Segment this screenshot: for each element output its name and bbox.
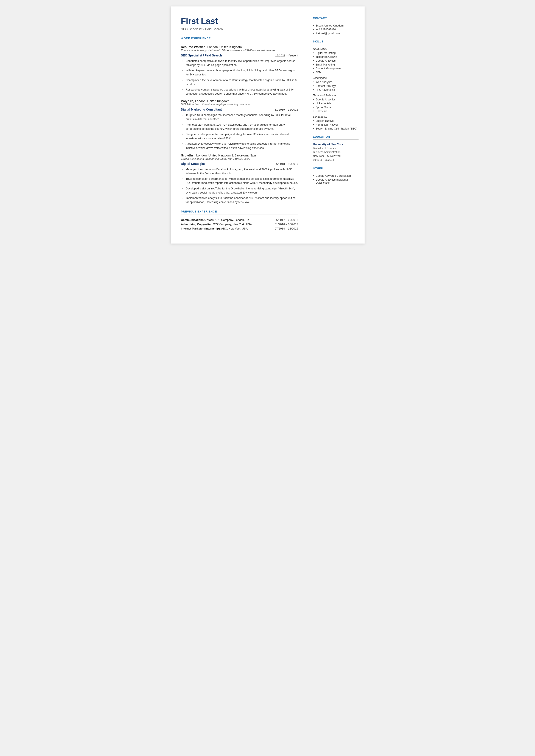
tools-subheading: Tools and Software:: [313, 94, 358, 97]
company-desc: Career training and membership SaaS with…: [181, 157, 298, 160]
edu-university: University of New York: [313, 143, 358, 146]
prev-exp-left: Advertising Copywriter, XYZ Company, New…: [181, 223, 252, 226]
skill-item: Digital Marketing: [313, 51, 358, 55]
contact-heading: CONTACT: [313, 17, 358, 21]
sidebar-column: CONTACT Essex, United Kingdom +44 123456…: [307, 7, 365, 243]
previous-experience-heading: PREVIOUS EXPERIENCE: [181, 210, 298, 214]
technique-item: Content Strategy: [313, 84, 358, 88]
company-name-row: Growthsi, London, United Kingdom & Barce…: [181, 154, 298, 157]
technique-item: Web Analytics: [313, 81, 358, 84]
main-column: First Last SEO Specialist / Paid Search …: [171, 7, 307, 243]
prev-exp-dates: 06/2017 – 05/2018: [275, 218, 298, 222]
work-experience-heading: WORK EXPERIENCE: [181, 37, 298, 41]
role-dates: 06/2018 – 10/2019: [275, 162, 298, 165]
hard-skills-list: Digital Marketing Instagram Growth Googl…: [313, 51, 358, 74]
company-name: Resume Worded,: [181, 45, 207, 49]
techniques-subheading: Techniques:: [313, 76, 358, 79]
bullet-list: Conducted competitive analysis to identi…: [186, 59, 298, 96]
prev-role-bold: Advertising Copywriter,: [181, 223, 212, 226]
bullet-item: Attracted 1450+weekly visitors to Polyhi…: [186, 142, 298, 150]
skill-item: Google Analytics: [313, 59, 358, 62]
edu-degree: Bachelor of Science: [313, 146, 358, 150]
prev-role-rest: XYZ Company, New York, USA: [212, 223, 252, 226]
bullet-item: Managed the company's Facebook, Instagra…: [186, 167, 298, 176]
bullet-item: Promoted 21+ webinars, 100 PDF downloads…: [186, 123, 298, 131]
bullet-item: Developed a skit on YouTube for the Grow…: [186, 186, 298, 195]
company-desc: NYSE-listed recruitment and employer bra…: [181, 103, 298, 106]
other-item: Google Analytics Individual Qualificatio…: [313, 178, 358, 184]
company-name-row: Polyhire, London, United Kingdom: [181, 99, 298, 103]
skill-item: Instagram Growth: [313, 55, 358, 58]
company-name: Polyhire,: [181, 99, 194, 103]
other-heading: OTHER: [313, 167, 358, 171]
resume-page: First Last SEO Specialist / Paid Search …: [171, 7, 365, 243]
bullet-item: Conducted competitive analysis to identi…: [186, 59, 298, 67]
contact-item-email: first.last@gmail.com: [313, 32, 358, 35]
prev-role-bold: Internet Marketer (Internship),: [181, 227, 221, 230]
prev-exp-left: Communications Officer, ABC Company, Lon…: [181, 218, 249, 222]
tools-list: Google Analytics LinkedIn Ads Sprout Soc…: [313, 98, 358, 113]
prev-role-rest: ABC Company, London, UK: [214, 218, 249, 222]
hard-skills-subheading: Hard SKills:: [313, 47, 358, 50]
skill-item: Email Marketing: [313, 63, 358, 66]
contact-list: Essex, United Kingdom +44 1234567890 fir…: [313, 24, 358, 35]
bullet-item: Initiated keyword research, on-page opti…: [186, 68, 298, 76]
company-block-resume-worded: Resume Worded, London, United Kingdom Ed…: [181, 45, 298, 96]
role-dates: 11/2019 – 11/2021: [275, 108, 298, 111]
bullet-list: Targeted SEO campaigns that increased mo…: [186, 113, 298, 150]
bullet-item: Implemented web analytics to track the b…: [186, 196, 298, 204]
skills-heading: SKILLS: [313, 40, 358, 44]
role-row: Digital Strategist 06/2018 – 10/2019: [181, 162, 298, 165]
bullet-item: Championed the development of a content …: [186, 78, 298, 86]
bullet-item: Designed and implemented campaign strate…: [186, 132, 298, 140]
bullet-list: Managed the company's Facebook, Instagra…: [186, 167, 298, 204]
role-row: Digital Marketing Consultant 11/2019 – 1…: [181, 108, 298, 111]
tool-item: Google Analytics: [313, 98, 358, 101]
skill-item: Content Management: [313, 67, 358, 70]
role-row: SEO Specialist / Paid Search 12/2021 – P…: [181, 54, 298, 57]
education-heading: EDUCATION: [313, 135, 358, 140]
education-block: University of New York Bachelor of Scien…: [313, 143, 358, 162]
edu-field: Business Administration: [313, 150, 358, 154]
prev-exp-left: Internet Marketer (Internship), ABC, New…: [181, 227, 248, 230]
company-location: London, United Kingdom & Barcelona, Spai…: [196, 154, 258, 157]
prev-role-rest: ABC, New York, USA: [221, 227, 248, 230]
company-desc: Education technology startup with 50+ em…: [181, 49, 298, 52]
bullet-item: Researched content strategies that align…: [186, 88, 298, 96]
other-list: Google AdWords Certification Google Anal…: [313, 174, 358, 184]
role-title: Digital Strategist: [181, 162, 205, 165]
job-title: SEO Specialist / Paid Search: [181, 27, 298, 31]
techniques-list: Web Analytics Content Strategy PPC Adver…: [313, 81, 358, 91]
full-name: First Last: [181, 17, 298, 26]
company-block-polyhire: Polyhire, London, United Kingdom NYSE-li…: [181, 99, 298, 150]
name-block: First Last SEO Specialist / Paid Search: [181, 17, 298, 31]
prev-exp-row: Internet Marketer (Internship), ABC, New…: [181, 227, 298, 230]
company-name: Growthsi,: [181, 154, 195, 157]
prev-role-bold: Communications Officer,: [181, 218, 214, 222]
skill-item: SEM: [313, 71, 358, 74]
edu-location: New York City, New York: [313, 154, 358, 158]
role-title: SEO Specialist / Paid Search: [181, 54, 222, 57]
bullet-item: Targeted SEO campaigns that increased mo…: [186, 113, 298, 121]
previous-experience-list: Communications Officer, ABC Company, Lon…: [181, 218, 298, 230]
company-block-growthsi: Growthsi, London, United Kingdom & Barce…: [181, 154, 298, 204]
languages-list: English (Native) Romanian (Native) Searc…: [313, 119, 358, 130]
company-location: London, United Kingdom: [195, 99, 230, 103]
tool-item: Hootsuite: [313, 110, 358, 113]
tool-item: Sprout Social: [313, 106, 358, 109]
role-dates: 12/2021 – Present: [275, 54, 298, 57]
prev-exp-row: Communications Officer, ABC Company, Lon…: [181, 218, 298, 222]
contact-item-location: Essex, United Kingdom: [313, 24, 358, 27]
role-title: Digital Marketing Consultant: [181, 108, 222, 111]
company-location: London, United Kingdom: [207, 45, 242, 49]
tool-item: LinkedIn Ads: [313, 102, 358, 105]
other-item: Google AdWords Certification: [313, 174, 358, 177]
languages-subheading: Languages:: [313, 115, 358, 118]
edu-dates: 10/2011 - 06/2014: [313, 158, 358, 162]
prev-exp-dates: 01/2016 – 05/2017: [275, 223, 298, 226]
technique-item: PPC Advertising: [313, 88, 358, 91]
company-name-row: Resume Worded, London, United Kingdom: [181, 45, 298, 49]
language-item: Romanian (Native): [313, 123, 358, 126]
language-item: Search Engine Optimization (SEO): [313, 127, 358, 130]
contact-item-phone: +44 1234567890: [313, 28, 358, 31]
